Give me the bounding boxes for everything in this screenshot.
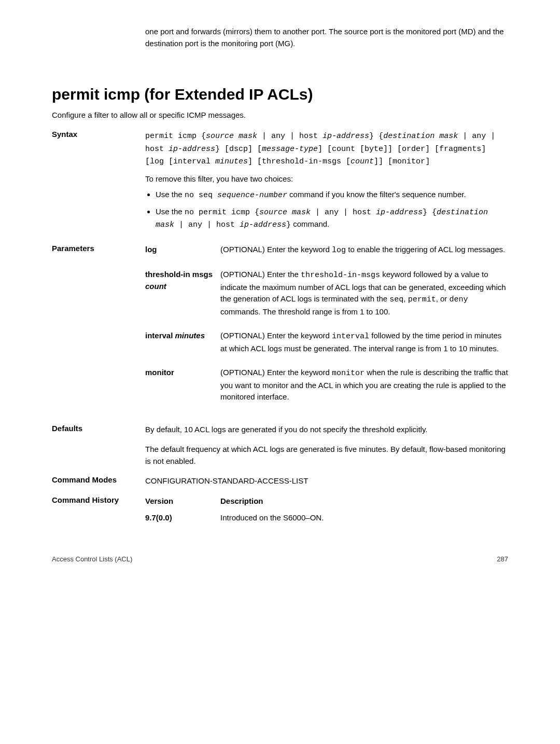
version-value: 9.7(0.0) xyxy=(145,512,220,524)
command-modes-label: Command Modes xyxy=(52,475,145,487)
syntax-choice-2: Use the no permit icmp {source mask | an… xyxy=(156,206,508,231)
syntax-choices-list: Use the no seq sequence-number command i… xyxy=(145,189,508,231)
command-history-header: Version Description xyxy=(145,495,508,507)
param-name-monitor: monitor xyxy=(145,367,220,403)
intro-paragraph: one port and forwards (mirrors) them to … xyxy=(145,26,508,49)
header-description: Description xyxy=(220,495,508,507)
param-row-log: log (OPTIONAL) Enter the keyword log to … xyxy=(145,244,508,257)
command-history-row: 9.7(0.0) Introduced on the S6000–ON. xyxy=(145,512,508,524)
syntax-content: permit icmp {source mask | any | host ip… xyxy=(145,130,508,236)
syntax-code: permit icmp {source mask | any | host ip… xyxy=(145,132,495,166)
syntax-choice-1: Use the no seq sequence-number command i… xyxy=(156,189,508,202)
defaults-p1: By default, 10 ACL logs are generated if… xyxy=(145,424,508,436)
footer-left: Access Control Lists (ACL) xyxy=(52,555,132,563)
param-row-monitor: monitor (OPTIONAL) Enter the keyword mon… xyxy=(145,367,508,403)
param-name-threshold: threshold-in msgs count xyxy=(145,269,220,318)
header-version: Version xyxy=(145,495,220,507)
command-history-label: Command History xyxy=(52,495,145,529)
param-desc-monitor: (OPTIONAL) Enter the keyword monitor whe… xyxy=(220,367,508,403)
defaults-label: Defaults xyxy=(52,424,145,467)
page-subtitle: Configure a filter to allow all or speci… xyxy=(52,111,508,119)
param-name-log: log xyxy=(145,244,220,257)
defaults-p2: The default frequency at which ACL logs … xyxy=(145,444,508,467)
command-modes-value: CONFIGURATION-STANDARD-ACCESS-LIST xyxy=(145,475,508,487)
syntax-remove-text: To remove this filter, you have two choi… xyxy=(145,173,508,185)
page-footer: Access Control Lists (ACL) 287 xyxy=(52,555,508,563)
syntax-label: Syntax xyxy=(52,130,145,236)
defaults-content: By default, 10 ACL logs are generated if… xyxy=(145,424,508,467)
version-description: Introduced on the S6000–ON. xyxy=(220,512,508,524)
param-row-threshold: threshold-in msgs count (OPTIONAL) Enter… xyxy=(145,269,508,318)
page-title: permit icmp (for Extended IP ACLs) xyxy=(52,86,508,103)
footer-page-number: 287 xyxy=(497,555,508,563)
param-desc-interval: (OPTIONAL) Enter the keyword interval fo… xyxy=(220,330,508,354)
parameters-label: Parameters xyxy=(52,244,145,416)
param-row-interval: interval minutes (OPTIONAL) Enter the ke… xyxy=(145,330,508,354)
param-name-interval: interval minutes xyxy=(145,330,220,354)
param-desc-threshold: (OPTIONAL) Enter the threshold-in-msgs k… xyxy=(220,269,508,318)
param-desc-log: (OPTIONAL) Enter the keyword log to enab… xyxy=(220,244,508,257)
